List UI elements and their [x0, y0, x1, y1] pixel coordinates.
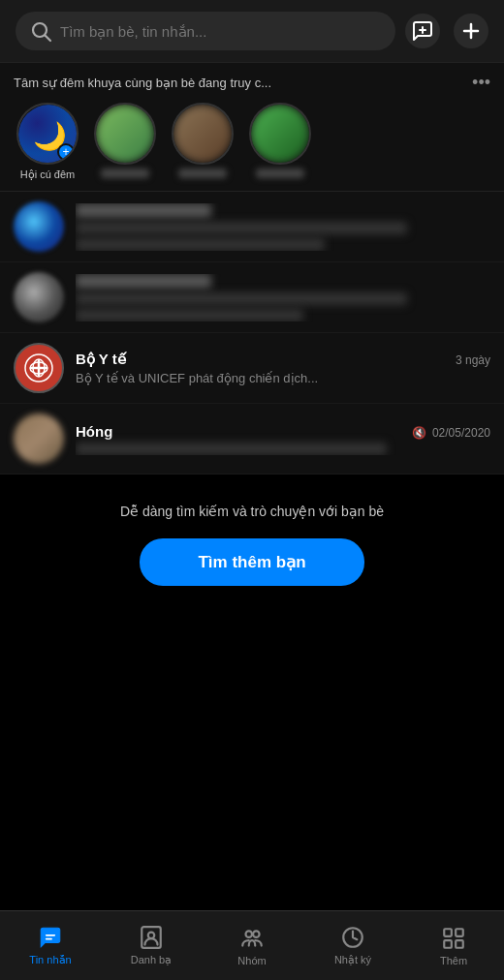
- nav-item-tin-nhan[interactable]: Tin nhắn: [0, 917, 101, 974]
- compose-icon: [411, 19, 434, 43]
- svg-rect-19: [456, 929, 463, 936]
- nav-label-danh-ba: Danh bạ: [131, 954, 172, 966]
- find-friends-button[interactable]: Tìm thêm bạn: [140, 538, 363, 586]
- conversation-item-byt[interactable]: Bộ Y tế 3 ngày Bộ Y tế và UNICEF phát độ…: [0, 333, 504, 404]
- blurred-avatar-3: [251, 105, 309, 163]
- hong-time-text: 02/05/2020: [432, 426, 490, 440]
- nav-spacer: [0, 615, 504, 692]
- cta-text: Dễ dàng tìm kiếm và trò chuyện với bạn b…: [120, 504, 384, 519]
- byt-icon: [24, 353, 53, 383]
- svg-point-16: [253, 931, 260, 937]
- conv-time-byt: 3 ngày: [456, 353, 490, 367]
- conv-top-byt: Bộ Y tế 3 ngày: [76, 351, 490, 368]
- conversation-list: Bộ Y tế 3 ngày Bộ Y tế và UNICEF phát độ…: [0, 192, 504, 475]
- bottom-nav: Tin nhắn Danh bạ Nhóm Nhật ký: [0, 910, 504, 980]
- story-avatar-blurred-2: [172, 103, 234, 165]
- conv-name-byt: Bộ Y tế: [76, 351, 126, 368]
- conv-name-blurred-2: [76, 274, 211, 289]
- blurred-label-2: [178, 168, 227, 178]
- story-avatar-hoi-cu: 🌙 +: [16, 103, 79, 165]
- svg-rect-18: [444, 929, 452, 936]
- contacts-icon: [139, 925, 164, 950]
- conv-avatar-hong: [14, 413, 64, 464]
- header-icons: [405, 14, 488, 48]
- header: [0, 0, 504, 63]
- story-item-blurred-2[interactable]: [169, 103, 236, 178]
- search-input[interactable]: [60, 23, 382, 40]
- story-add-badge: +: [57, 143, 75, 161]
- story-item-blurred-3[interactable]: [246, 103, 314, 178]
- group-banner-title: Tâm sự đêm khuya cùng bạn bè đang truy c…: [14, 76, 271, 90]
- story-item-hoi-cu[interactable]: 🌙 + Hội cú đêm: [14, 103, 81, 181]
- conversation-item-2[interactable]: [0, 262, 504, 333]
- diary-icon: [340, 925, 365, 950]
- svg-point-15: [246, 931, 253, 937]
- search-bar[interactable]: [16, 12, 395, 50]
- conv-time-hong: 🔇 02/05/2020: [412, 426, 490, 440]
- svg-rect-20: [444, 940, 452, 948]
- conversation-item-hong[interactable]: Hóng 🔇 02/05/2020: [0, 404, 504, 475]
- conversation-item-1[interactable]: [0, 192, 504, 262]
- nav-item-nhat-ky[interactable]: Nhật ký: [302, 917, 403, 974]
- svg-line-1: [46, 36, 51, 42]
- conv-body-1: [76, 203, 490, 251]
- message-icon: [38, 925, 63, 950]
- conv-name-blurred-1: [76, 203, 211, 218]
- conv-preview-blurred-1: [76, 222, 407, 234]
- group-banner-header: Tâm sự đêm khuya cùng bạn bè đang truy c…: [14, 73, 490, 93]
- blurred-label-3: [256, 168, 304, 178]
- search-icon: [29, 19, 52, 43]
- story-row: 🌙 + Hội cú đêm: [14, 103, 490, 181]
- nav-label-tin-nhan: Tin nhắn: [29, 954, 71, 966]
- nav-label-nhat-ky: Nhật ký: [334, 954, 371, 966]
- add-button[interactable]: [454, 14, 488, 48]
- story-label-hoi-cu: Hội cú đêm: [20, 168, 76, 181]
- group-banner-more[interactable]: •••: [472, 73, 490, 93]
- blurred-avatar-2: [173, 105, 232, 163]
- conv-name-hong: Hóng: [76, 423, 112, 440]
- compose-button[interactable]: [405, 14, 440, 48]
- conv-body-byt: Bộ Y tế 3 ngày Bộ Y tế và UNICEF phát độ…: [76, 351, 490, 385]
- conv-preview-byt: Bộ Y tế và UNICEF phát động chiến dịch..…: [76, 371, 405, 385]
- story-item-blurred-1[interactable]: [91, 103, 159, 178]
- conv-avatar-1: [14, 201, 64, 252]
- groups-icon: [239, 926, 265, 951]
- svg-rect-21: [456, 940, 463, 948]
- nav-item-them[interactable]: Thêm: [403, 918, 504, 974]
- conv-body-2: [76, 274, 490, 322]
- blurred-label-1: [101, 168, 149, 178]
- plus-icon: [459, 19, 483, 43]
- conv-body-hong: Hóng 🔇 02/05/2020: [76, 423, 490, 455]
- conv-preview-blurred-1b: [76, 238, 325, 251]
- conv-avatar-byt: [14, 343, 64, 393]
- cta-section: Dễ dàng tìm kiếm và trò chuyện với bạn b…: [0, 475, 504, 615]
- conv-top-hong: Hóng 🔇 02/05/2020: [76, 423, 490, 440]
- conv-preview-blurred-2b: [76, 309, 303, 322]
- blurred-avatar-1: [96, 105, 154, 163]
- nav-item-danh-ba[interactable]: Danh bạ: [101, 917, 202, 974]
- nav-item-nhom[interactable]: Nhóm: [202, 918, 302, 974]
- nav-label-nhom: Nhóm: [237, 955, 266, 966]
- more-icon: [441, 926, 466, 951]
- nav-label-them: Thêm: [440, 955, 467, 966]
- story-avatar-blurred-1: [94, 103, 156, 165]
- mute-icon: 🔇: [412, 426, 426, 440]
- story-avatar-blurred-3: [249, 103, 311, 165]
- conv-preview-blurred-2: [76, 292, 407, 305]
- group-banner: Tâm sự đêm khuya cùng bạn bè đang truy c…: [0, 63, 504, 192]
- conv-avatar-2: [14, 272, 64, 322]
- conv-preview-hong-blurred: [76, 443, 387, 455]
